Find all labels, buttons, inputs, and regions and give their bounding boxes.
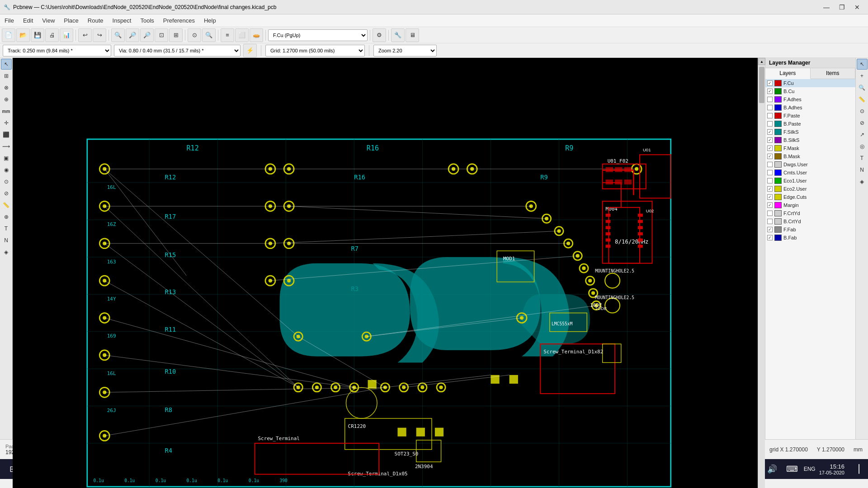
measure-btn[interactable]: 📏 — [1, 200, 12, 211]
layer-row-cmts-user[interactable]: Cmts.User — [765, 169, 855, 177]
taskbar-keyboard-icon[interactable]: ⌨ — [784, 461, 800, 477]
layer-checkbox-b-silks[interactable]: ✓ — [767, 137, 773, 143]
north-btn[interactable]: ◈ — [1, 247, 12, 258]
via-btn[interactable]: ◎ — [857, 141, 868, 152]
save-board-button[interactable]: 💾 — [31, 28, 44, 42]
layer-checkbox-b-mask[interactable]: ✓ — [767, 154, 773, 159]
add-track-btn[interactable]: + — [857, 70, 868, 81]
select-tool-right[interactable]: ↖ — [857, 59, 868, 70]
vscroll-up-arrow[interactable]: ▲ — [758, 58, 765, 65]
layer-row-b-crtyd[interactable]: B.CrtYd — [765, 217, 855, 225]
layer-checkbox-f-cu[interactable]: ✓ — [767, 80, 773, 86]
zoom-area-button[interactable]: ⊞ — [169, 28, 183, 42]
layer-row-f-mask[interactable]: ✓F.Mask — [765, 144, 855, 152]
drc-button[interactable]: 🔍 — [202, 28, 216, 42]
menu-tools[interactable]: Tools — [136, 15, 158, 26]
net-highlight-btn[interactable]: ⊙ — [857, 106, 868, 117]
layer-row-f-adhes[interactable]: F.Adhes — [765, 95, 855, 103]
open-board-button[interactable]: 📂 — [16, 28, 30, 42]
layer-row-margin[interactable]: ✓Margin — [765, 201, 855, 209]
taskbar-speaker-icon[interactable]: 🔊 — [764, 461, 780, 477]
vertical-scrollbar[interactable]: ▲ ▼ — [758, 58, 765, 488]
compass-btn[interactable]: ◈ — [857, 176, 868, 187]
layer-row-b-fab[interactable]: ✓B.Fab — [765, 234, 855, 242]
layer-settings-button[interactable]: ⚙ — [373, 28, 386, 42]
print-button[interactable]: 🖨 — [45, 28, 59, 42]
layer-checkbox-eco2-user[interactable]: ✓ — [767, 186, 773, 192]
3d-viewer-button[interactable]: 🖥 — [406, 28, 419, 42]
add-footprint-btn[interactable]: ⊕ — [1, 211, 12, 222]
vscroll-thumb[interactable] — [759, 67, 764, 103]
layer-checkbox-b-adhes[interactable] — [767, 105, 773, 110]
layer-row-f-paste[interactable]: F.Paste — [765, 112, 855, 120]
pi-button[interactable]: 🥧 — [250, 28, 263, 42]
menu-route[interactable]: Route — [83, 15, 108, 26]
layer-row-b-cu[interactable]: ✓B.Cu — [765, 87, 855, 95]
layer-selector[interactable]: F.Cu (PgUp) B.Cu (PgDn) — [268, 29, 368, 41]
layer-row-b-paste[interactable]: B.Paste — [765, 120, 855, 128]
zoom-out-button[interactable]: 🔎 — [140, 28, 154, 42]
netlist-button[interactable]: ≡ — [221, 28, 234, 42]
ratsnest-button[interactable]: ⊙ — [188, 28, 201, 42]
layer-checkbox-b-crtyd[interactable] — [767, 219, 773, 224]
layer-checkbox-f-fab[interactable]: ✓ — [767, 227, 773, 232]
grid-selector[interactable]: Grid: 1.2700 mm (50.00 mils) — [265, 45, 365, 56]
zoom-tool-right[interactable]: 🔍 — [857, 82, 868, 93]
maximize-button[interactable]: ❐ — [835, 1, 849, 14]
layer-checkbox-b-cu[interactable]: ✓ — [767, 89, 773, 94]
layer-row-eco2-user[interactable]: ✓Eco2.User — [765, 185, 855, 193]
close-button[interactable]: ✕ — [850, 1, 864, 14]
text-tool-right[interactable]: T — [857, 153, 868, 164]
menu-edit[interactable]: Edit — [19, 15, 38, 26]
new-board-button[interactable]: 📄 — [2, 28, 15, 42]
search-button[interactable]: 🔍 — [111, 28, 125, 42]
drc-btn-right[interactable]: ⊘ — [857, 117, 868, 128]
layer-row-f-cu[interactable]: ✓F.Cu — [765, 79, 855, 87]
minimize-button[interactable]: — — [819, 1, 834, 14]
show-desktop-button[interactable]: ▕ — [848, 461, 864, 477]
menu-preferences[interactable]: Preferences — [159, 15, 199, 26]
layer-checkbox-b-fab[interactable]: ✓ — [767, 235, 773, 240]
layer-row-dwgs-user[interactable]: Dwgs.User — [765, 160, 855, 169]
zoom-in-button[interactable]: 🔎 — [126, 28, 139, 42]
layer-checkbox-f-adhes[interactable] — [767, 97, 773, 102]
layer-checkbox-cmts-user[interactable] — [767, 170, 773, 175]
tab-items[interactable]: Items — [811, 68, 856, 79]
add-text-btn[interactable]: T — [1, 223, 12, 234]
layer-row-edge-cuts[interactable]: ✓Edge.Cuts — [765, 193, 855, 201]
redo-button[interactable]: ↪ — [93, 28, 106, 42]
layer-checkbox-f-crtyd[interactable] — [767, 211, 773, 216]
ratsnest-btn[interactable]: ⊗ — [1, 82, 12, 93]
polar-coords-btn[interactable]: ⊕ — [1, 94, 12, 105]
layer-row-b-silks[interactable]: ✓B.SilkS — [765, 136, 855, 144]
plot-button[interactable]: 📊 — [60, 28, 73, 42]
zone-btn[interactable]: ⬛ — [1, 129, 12, 140]
measure-tool-right[interactable]: 📏 — [857, 94, 868, 105]
north-tool-right[interactable]: N — [857, 164, 868, 175]
clock[interactable]: 15:16 17-05-2020 — [819, 463, 844, 475]
track-width-selector[interactable]: Track: 0.250 mm (9.84 mils) * — [3, 45, 111, 56]
layer-checkbox-f-mask[interactable]: ✓ — [767, 145, 773, 151]
layer-checkbox-edge-cuts[interactable]: ✓ — [767, 194, 773, 200]
tab-layers[interactable]: Layers — [765, 68, 811, 79]
menu-place[interactable]: Place — [59, 15, 83, 26]
layer-checkbox-f-paste[interactable] — [767, 113, 773, 118]
menu-help[interactable]: Help — [199, 15, 221, 26]
layer-row-b-adhes[interactable]: B.Adhes — [765, 103, 855, 112]
zoom-selector[interactable]: Zoom 2.20 — [373, 45, 437, 56]
interactive-router-button[interactable]: ⚡ — [243, 44, 257, 57]
show-tracks-btn[interactable]: ⟿ — [1, 141, 12, 152]
layer-row-f-silks[interactable]: ✓F.SilkS — [765, 128, 855, 136]
grid-display-btn[interactable]: ⊞ — [1, 70, 12, 81]
show-netslist-btn[interactable]: ⊙ — [1, 176, 12, 187]
menu-file[interactable]: File — [0, 15, 19, 26]
unit-mm-btn[interactable]: mm — [1, 106, 12, 117]
layer-checkbox-f-silks[interactable]: ✓ — [767, 129, 773, 135]
menu-inspect[interactable]: Inspect — [108, 15, 136, 26]
cursor-btn[interactable]: ✛ — [1, 117, 12, 128]
layer-checkbox-eco1-user[interactable] — [767, 178, 773, 183]
layer-row-f-fab[interactable]: ✓F.Fab — [765, 225, 855, 234]
layer-row-eco1-user[interactable]: Eco1.User — [765, 177, 855, 185]
layer-checkbox-margin[interactable]: ✓ — [767, 202, 773, 208]
pcb-canvas[interactable]: R12 R16 R9 R12 R16 R9 R17 R15 R7 R13 R3 … — [13, 58, 758, 488]
